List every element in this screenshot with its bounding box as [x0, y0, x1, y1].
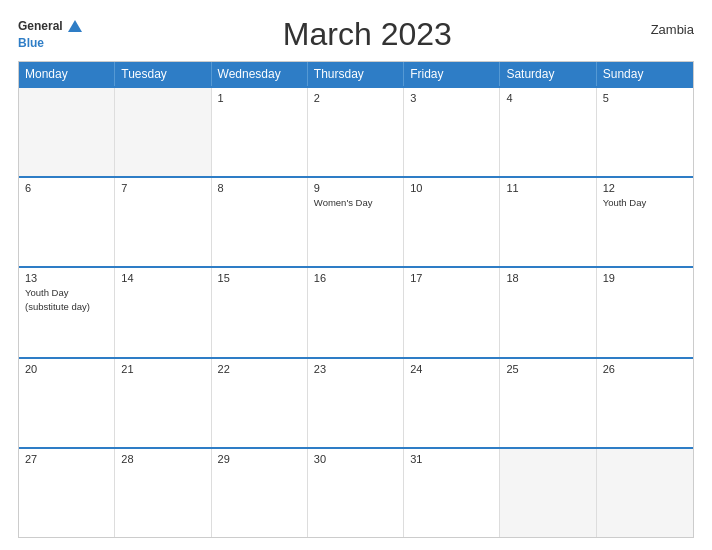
- header-saturday: Saturday: [500, 62, 596, 86]
- logo-line1: General: [18, 18, 84, 36]
- day-cell-w5d7: [597, 449, 693, 537]
- day-number: 27: [25, 453, 108, 465]
- day-cell-w1d5: 3: [404, 88, 500, 176]
- day-number: 9: [314, 182, 397, 194]
- day-number: 21: [121, 363, 204, 375]
- weeks-container: 123456789Women's Day101112Youth Day13You…: [19, 86, 693, 537]
- week-2: 6789Women's Day101112Youth Day: [19, 176, 693, 266]
- week-4: 20212223242526: [19, 357, 693, 447]
- country-label: Zambia: [651, 16, 694, 37]
- day-cell-w3d2: 14: [115, 268, 211, 356]
- day-event: Youth Day (substitute day): [25, 287, 90, 311]
- day-cell-w5d5: 31: [404, 449, 500, 537]
- day-cell-w4d1: 20: [19, 359, 115, 447]
- day-number: 1: [218, 92, 301, 104]
- day-number: 17: [410, 272, 493, 284]
- day-number: 8: [218, 182, 301, 194]
- day-cell-w2d5: 10: [404, 178, 500, 266]
- day-cell-w3d5: 17: [404, 268, 500, 356]
- header-tuesday: Tuesday: [115, 62, 211, 86]
- day-cell-w2d2: 7: [115, 178, 211, 266]
- day-cell-w3d6: 18: [500, 268, 596, 356]
- day-number: 18: [506, 272, 589, 284]
- day-number: 4: [506, 92, 589, 104]
- day-number: 30: [314, 453, 397, 465]
- header-sunday: Sunday: [597, 62, 693, 86]
- day-number: 26: [603, 363, 687, 375]
- calendar-page: General Blue March 2023 Zambia Monday Tu…: [0, 0, 712, 550]
- day-number: 10: [410, 182, 493, 194]
- day-number: 19: [603, 272, 687, 284]
- day-cell-w2d1: 6: [19, 178, 115, 266]
- week-1: 12345: [19, 86, 693, 176]
- day-number: 20: [25, 363, 108, 375]
- day-event: Youth Day: [603, 197, 647, 208]
- day-number: 3: [410, 92, 493, 104]
- day-cell-w5d6: [500, 449, 596, 537]
- day-cell-w5d4: 30: [308, 449, 404, 537]
- day-number: 15: [218, 272, 301, 284]
- header-monday: Monday: [19, 62, 115, 86]
- day-cell-w2d4: 9Women's Day: [308, 178, 404, 266]
- header-friday: Friday: [404, 62, 500, 86]
- day-cell-w3d3: 15: [212, 268, 308, 356]
- day-cell-w1d1: [19, 88, 115, 176]
- day-number: 5: [603, 92, 687, 104]
- day-cell-w2d6: 11: [500, 178, 596, 266]
- day-cell-w2d3: 8: [212, 178, 308, 266]
- day-cell-w5d2: 28: [115, 449, 211, 537]
- logo-line2: Blue: [18, 36, 84, 50]
- day-cell-w4d7: 26: [597, 359, 693, 447]
- logo-icon: [66, 18, 84, 36]
- day-number: 12: [603, 182, 687, 194]
- day-headers-row: Monday Tuesday Wednesday Thursday Friday…: [19, 62, 693, 86]
- day-number: 16: [314, 272, 397, 284]
- day-number: 24: [410, 363, 493, 375]
- day-event: Women's Day: [314, 197, 373, 208]
- day-cell-w4d6: 25: [500, 359, 596, 447]
- svg-marker-0: [68, 20, 82, 32]
- calendar-grid: Monday Tuesday Wednesday Thursday Friday…: [18, 61, 694, 538]
- week-3: 13Youth Day (substitute day)141516171819: [19, 266, 693, 356]
- day-cell-w4d2: 21: [115, 359, 211, 447]
- day-number: 28: [121, 453, 204, 465]
- day-number: 29: [218, 453, 301, 465]
- day-number: 22: [218, 363, 301, 375]
- day-cell-w1d2: [115, 88, 211, 176]
- day-number: 23: [314, 363, 397, 375]
- day-cell-w3d4: 16: [308, 268, 404, 356]
- header-thursday: Thursday: [308, 62, 404, 86]
- day-cell-w3d1: 13Youth Day (substitute day): [19, 268, 115, 356]
- day-cell-w4d5: 24: [404, 359, 500, 447]
- day-number: 31: [410, 453, 493, 465]
- day-cell-w2d7: 12Youth Day: [597, 178, 693, 266]
- day-cell-w1d7: 5: [597, 88, 693, 176]
- day-number: 13: [25, 272, 108, 284]
- day-cell-w1d6: 4: [500, 88, 596, 176]
- week-5: 2728293031: [19, 447, 693, 537]
- day-cell-w3d7: 19: [597, 268, 693, 356]
- month-title: March 2023: [84, 16, 651, 53]
- day-cell-w1d3: 1: [212, 88, 308, 176]
- day-cell-w4d4: 23: [308, 359, 404, 447]
- header: General Blue March 2023 Zambia: [18, 16, 694, 53]
- day-number: 6: [25, 182, 108, 194]
- day-number: 14: [121, 272, 204, 284]
- day-number: 11: [506, 182, 589, 194]
- day-number: 2: [314, 92, 397, 104]
- day-cell-w4d3: 22: [212, 359, 308, 447]
- day-cell-w5d1: 27: [19, 449, 115, 537]
- day-cell-w5d3: 29: [212, 449, 308, 537]
- day-cell-w1d4: 2: [308, 88, 404, 176]
- day-number: 25: [506, 363, 589, 375]
- day-number: 7: [121, 182, 204, 194]
- logo: General Blue: [18, 18, 84, 50]
- header-wednesday: Wednesday: [212, 62, 308, 86]
